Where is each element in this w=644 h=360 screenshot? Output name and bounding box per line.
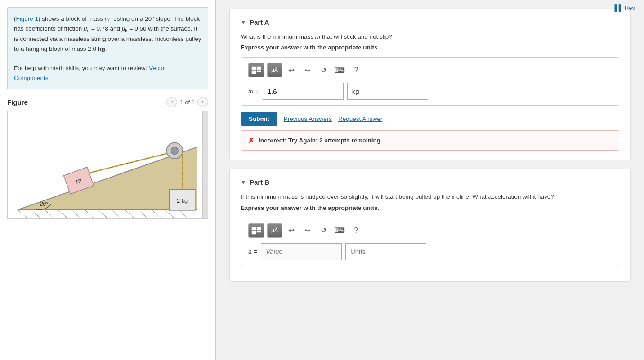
part-b-grid-button[interactable]: [248, 223, 264, 238]
rev-link[interactable]: ▌▌ Rev: [614, 4, 635, 11]
svg-rect-29: [252, 71, 256, 74]
figure-count: 1 of 1: [180, 99, 195, 106]
part-a-undo-button[interactable]: ↩: [285, 63, 298, 77]
svg-rect-30: [257, 71, 259, 72]
grid-icon: [251, 66, 261, 74]
part-b-units-input[interactable]: [345, 243, 426, 260]
part-b-collapse-arrow[interactable]: ▼: [241, 179, 246, 186]
svg-rect-34: [252, 231, 256, 234]
right-panel: ▌▌ Rev ▼ Part A What is the minimum mass…: [216, 0, 644, 360]
problem-text: (Figure 1) shows a block of mass m resti…: [14, 15, 201, 52]
part-a-input-row: m = kg: [248, 83, 612, 100]
part-a-request-answer-button[interactable]: Request Answer: [338, 116, 382, 122]
feedback-error-icon: ✗: [248, 136, 254, 145]
problem-text-box: (Figure 1) shows a block of mass m resti…: [7, 7, 208, 89]
part-b-keyboard-button[interactable]: ⌨: [333, 224, 347, 237]
part-b-answer-box: μÅ ↩ ↪ ↺ ⌨ ? a =: [241, 218, 619, 266]
part-a-units-text: kg: [352, 88, 359, 95]
part-b-mu-label: μÅ: [271, 227, 278, 234]
part-b-input-row: a =: [248, 243, 612, 260]
part-b-redo-button[interactable]: ↪: [301, 224, 314, 237]
figure-scrollbar[interactable]: [202, 111, 208, 218]
figure-nav: ‹ 1 of 1 ›: [166, 97, 208, 107]
part-b-undo-button[interactable]: ↩: [285, 224, 298, 237]
figure-prev-button[interactable]: ‹: [166, 97, 177, 107]
help-text: For help with math skills, you may want …: [14, 65, 166, 81]
part-a-section: ▼ Part A What is the minimum mass m that…: [229, 9, 631, 160]
part-b-refresh-button[interactable]: ↺: [317, 224, 331, 237]
svg-line-8: [99, 210, 108, 218]
part-a-toolbar: μÅ ↩ ↪ ↺ ⌨ ?: [248, 63, 612, 77]
figure-title: Figure: [7, 98, 28, 106]
part-a-units-display: kg: [347, 83, 428, 100]
part-b-header: ▼ Part B: [241, 178, 619, 186]
svg-line-6: [72, 210, 81, 218]
part-b-express: Express your answer with the appropriate…: [241, 204, 619, 211]
part-a-title: Part A: [250, 18, 269, 26]
svg-line-9: [112, 210, 121, 218]
part-b-grid-icon: [251, 227, 261, 235]
rev-icon: ▌▌: [614, 4, 622, 11]
part-a-action-row: Submit Previous Answers Request Answer: [241, 112, 619, 126]
part-a-express: Express your answer with the appropriate…: [241, 44, 619, 51]
part-b-section: ▼ Part B If this minimum mass is nudged …: [229, 169, 631, 281]
svg-text:2 kg: 2 kg: [177, 198, 188, 204]
part-a-header: ▼ Part A: [241, 18, 619, 26]
part-a-redo-button[interactable]: ↪: [301, 63, 314, 77]
part-a-value-input[interactable]: [263, 83, 344, 100]
svg-rect-28: [257, 67, 261, 70]
part-b-value-input[interactable]: [261, 243, 342, 260]
left-panel: (Figure 1) shows a block of mass m resti…: [0, 0, 216, 360]
svg-line-7: [85, 210, 94, 218]
svg-line-10: [125, 210, 134, 218]
part-a-previous-answers-button[interactable]: Previous Answers: [284, 116, 332, 122]
svg-line-2: [18, 210, 27, 218]
svg-line-3: [32, 210, 41, 218]
part-a-help-button[interactable]: ?: [349, 63, 363, 77]
svg-rect-35: [257, 231, 259, 232]
svg-rect-36: [259, 231, 261, 232]
part-b-var-label: a =: [248, 248, 257, 255]
svg-line-13: [165, 210, 174, 218]
part-b-mu-button[interactable]: μÅ: [267, 223, 282, 238]
part-a-collapse-arrow[interactable]: ▼: [241, 19, 246, 26]
part-a-feedback-text: Incorrect; Try Again; 2 attempts remaini…: [259, 137, 380, 144]
svg-rect-27: [252, 67, 256, 70]
rev-label: Rev: [625, 4, 635, 11]
figure-header: Figure ‹ 1 of 1 ›: [7, 97, 208, 107]
svg-rect-32: [252, 227, 256, 230]
part-a-feedback-box: ✗ Incorrect; Try Again; 2 attempts remai…: [241, 130, 619, 151]
part-b-question: If this minimum mass is nudged ever so s…: [241, 192, 619, 201]
svg-rect-33: [257, 227, 261, 230]
svg-rect-31: [259, 71, 261, 72]
figure-svg: 20° m 2 kg: [8, 111, 208, 218]
vector-components-link[interactable]: Vector Components: [14, 65, 166, 81]
part-a-question: What is the minimum mass m that will sti…: [241, 32, 619, 41]
figure-next-button[interactable]: ›: [197, 97, 208, 107]
svg-line-12: [152, 210, 161, 218]
part-b-title: Part B: [250, 178, 269, 186]
part-b-toolbar: μÅ ↩ ↪ ↺ ⌨ ?: [248, 223, 612, 238]
part-a-answer-box: μÅ ↩ ↪ ↺ ⌨ ? m = kg: [241, 57, 619, 106]
part-a-submit-button[interactable]: Submit: [241, 112, 277, 126]
svg-line-11: [139, 210, 148, 218]
svg-text:20°: 20°: [40, 201, 48, 207]
figure-section: Figure ‹ 1 of 1 ›: [0, 97, 215, 219]
part-a-keyboard-button[interactable]: ⌨: [333, 63, 347, 77]
part-a-mu-button[interactable]: μÅ: [267, 63, 282, 77]
part-a-grid-button[interactable]: [248, 63, 264, 77]
mu-label: μÅ: [271, 67, 278, 73]
figure-link[interactable]: Figure 1: [16, 15, 39, 22]
part-a-var-label: m =: [248, 88, 259, 95]
svg-line-14: [179, 210, 188, 218]
svg-point-22: [171, 147, 178, 155]
figure-image: 20° m 2 kg: [7, 111, 208, 219]
svg-line-4: [45, 210, 54, 218]
part-a-refresh-button[interactable]: ↺: [317, 63, 331, 77]
part-b-help-button[interactable]: ?: [349, 224, 363, 237]
svg-line-5: [58, 210, 67, 218]
